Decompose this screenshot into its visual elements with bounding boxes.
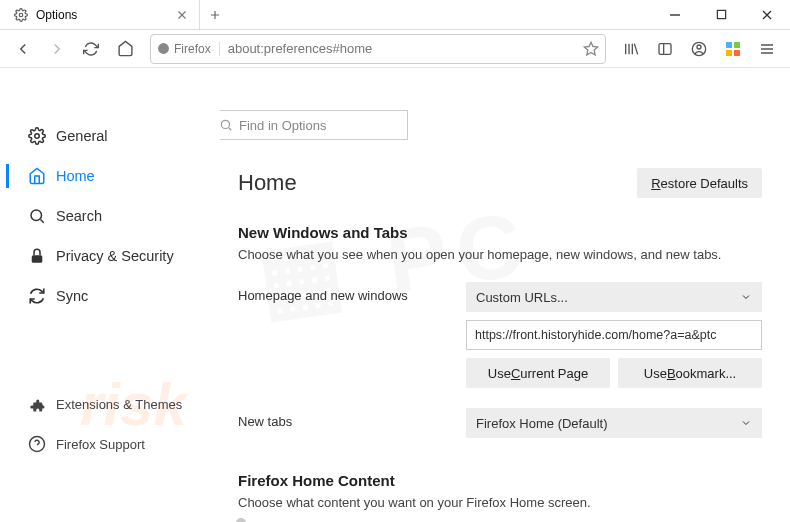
- extension-color-icon: [725, 41, 741, 57]
- svg-point-5: [697, 45, 701, 49]
- search-icon: [28, 207, 46, 225]
- input-value: https://front.historyhide.com/home?a=a&p…: [475, 328, 716, 342]
- sidebar-item-general[interactable]: General: [0, 116, 220, 156]
- svg-rect-8: [726, 50, 732, 56]
- svg-rect-12: [32, 255, 43, 263]
- svg-point-2: [158, 43, 169, 54]
- home-icon: [28, 167, 46, 185]
- account-icon: [691, 41, 707, 57]
- content: General Home Search Privacy & Security S…: [0, 68, 790, 522]
- sidebar-item-extensions[interactable]: Extensions & Themes: [0, 384, 220, 424]
- scrollbar[interactable]: [236, 518, 246, 522]
- chevron-down-icon: [740, 291, 752, 303]
- gear-icon: [14, 8, 28, 22]
- gear-icon: [28, 127, 46, 145]
- puzzle-icon: [28, 395, 46, 413]
- section-desc: Choose what you see when you open your h…: [238, 247, 762, 262]
- close-icon: [761, 9, 773, 21]
- forward-icon: [48, 40, 66, 58]
- library-icon: [623, 41, 639, 57]
- newtabs-select[interactable]: Firefox Home (Default): [466, 408, 762, 438]
- homepage-label: Homepage and new windows: [238, 282, 448, 303]
- homepage-select[interactable]: Custom URLs...: [466, 282, 762, 312]
- main: Find in Options Home Restore Defaults Ne…: [220, 68, 790, 522]
- sidebar-icon: [657, 41, 673, 57]
- section-desc: Choose what content you want on your Fir…: [238, 495, 762, 510]
- forward-button[interactable]: [42, 34, 72, 64]
- hamburger-icon: [759, 41, 775, 57]
- sidebar-item-support[interactable]: Firefox Support: [0, 424, 220, 464]
- sidebar-item-label: Search: [56, 208, 102, 224]
- sync-icon: [28, 287, 46, 305]
- svg-point-11: [31, 210, 42, 221]
- select-value: Custom URLs...: [476, 290, 568, 305]
- maximize-button[interactable]: [698, 0, 744, 29]
- svg-rect-9: [734, 50, 740, 56]
- lock-icon: [28, 247, 46, 265]
- account-button[interactable]: [684, 34, 714, 64]
- chevron-down-icon: [740, 417, 752, 429]
- reload-button[interactable]: [76, 34, 106, 64]
- search-icon: [220, 118, 233, 132]
- section-heading: Firefox Home Content: [238, 472, 762, 489]
- tab-label: Options: [36, 8, 175, 22]
- svg-rect-7: [734, 42, 740, 48]
- identity-box[interactable]: Firefox: [157, 42, 220, 56]
- svg-point-0: [19, 13, 23, 17]
- reload-icon: [83, 41, 99, 57]
- maximize-icon: [716, 9, 727, 20]
- sidebar-item-sync[interactable]: Sync: [0, 276, 220, 316]
- window-controls: [652, 0, 790, 29]
- sidebar-item-label: Privacy & Security: [56, 248, 174, 264]
- titlebar: Options: [0, 0, 790, 30]
- new-tab-button[interactable]: [200, 0, 230, 29]
- menu-button[interactable]: [752, 34, 782, 64]
- home-icon: [117, 40, 134, 57]
- svg-rect-6: [726, 42, 732, 48]
- sidebar-item-label: Home: [56, 168, 95, 184]
- sidebar-button[interactable]: [650, 34, 680, 64]
- minimize-icon: [669, 9, 681, 21]
- sidebar-item-label: Sync: [56, 288, 88, 304]
- bookmark-star-icon[interactable]: [583, 41, 599, 57]
- close-window-button[interactable]: [744, 0, 790, 29]
- firefox-icon: [157, 42, 170, 55]
- back-button[interactable]: [8, 34, 38, 64]
- library-button[interactable]: [616, 34, 646, 64]
- search-placeholder: Find in Options: [239, 118, 326, 133]
- sidebar-item-label: General: [56, 128, 108, 144]
- select-value: Firefox Home (Default): [476, 416, 607, 431]
- tab-options[interactable]: Options: [0, 0, 200, 29]
- back-icon: [14, 40, 32, 58]
- restore-defaults-button[interactable]: Restore Defaults: [637, 168, 762, 198]
- find-in-options[interactable]: Find in Options: [220, 110, 408, 140]
- svg-point-14: [221, 120, 229, 128]
- sidebar: General Home Search Privacy & Security S…: [0, 68, 220, 522]
- identity-label: Firefox: [174, 42, 211, 56]
- sidebar-item-label: Extensions & Themes: [56, 397, 182, 412]
- toolbar: Firefox about:preferences#home: [0, 30, 790, 68]
- minimize-button[interactable]: [652, 0, 698, 29]
- sidebar-item-home[interactable]: Home: [0, 156, 220, 196]
- extension-button[interactable]: [718, 34, 748, 64]
- use-current-page-button[interactable]: Use Current Page: [466, 358, 610, 388]
- page-title: Home: [238, 170, 297, 196]
- sidebar-item-search[interactable]: Search: [0, 196, 220, 236]
- home-button[interactable]: [110, 34, 140, 64]
- svg-point-10: [35, 134, 40, 139]
- svg-rect-1: [717, 10, 725, 18]
- section-heading: New Windows and Tabs: [238, 224, 762, 241]
- newtabs-label: New tabs: [238, 408, 448, 429]
- use-bookmark-button[interactable]: Use Bookmark...: [618, 358, 762, 388]
- url-bar[interactable]: Firefox about:preferences#home: [150, 34, 606, 64]
- address-text: about:preferences#home: [228, 41, 583, 56]
- sidebar-item-label: Firefox Support: [56, 437, 145, 452]
- plus-icon: [208, 8, 222, 22]
- svg-rect-3: [659, 43, 671, 54]
- homepage-url-input[interactable]: https://front.historyhide.com/home?a=a&p…: [466, 320, 762, 350]
- help-icon: [28, 435, 46, 453]
- close-icon[interactable]: [175, 8, 189, 22]
- sidebar-item-privacy[interactable]: Privacy & Security: [0, 236, 220, 276]
